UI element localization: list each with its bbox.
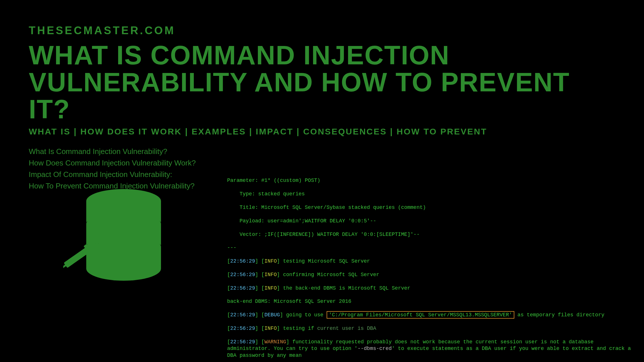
term-line: [22:56:29] [INFO] testing if current use… bbox=[227, 325, 632, 332]
term-line: Title: Microsoft SQL Server/Sybase stack… bbox=[227, 204, 632, 211]
subnav-text: WHAT IS | HOW DOES IT WORK | EXAMPLES | … bbox=[29, 127, 615, 136]
page-title: WHAT IS COMMAND INJECTION VULNERABILITY … bbox=[29, 42, 615, 123]
term-line: --- bbox=[227, 244, 632, 251]
term-line: [22:56:29] [DEBUG] going to use 'C:/Prog… bbox=[227, 312, 632, 318]
term-line: Vector: ;IF([INFERENCE]) WAITFOR DELAY '… bbox=[227, 231, 632, 238]
terminal-output: Parameter: #1* ((custom) POST) Type: sta… bbox=[227, 171, 632, 362]
term-line: Type: stacked queries bbox=[227, 191, 632, 197]
toc-item: How Does Command Injection Vulnerability… bbox=[29, 158, 615, 169]
term-line: [22:56:29] [WARNING] functionality reque… bbox=[227, 339, 632, 359]
term-line: [22:56:29] [INFO] testing Microsoft SQL … bbox=[227, 258, 632, 265]
term-line: [22:56:29] [INFO] the back-end DBMS is M… bbox=[227, 285, 632, 292]
svg-point-10 bbox=[86, 257, 161, 281]
site-label: THESECMASTER.COM bbox=[29, 24, 615, 37]
term-line: back-end DBMS: Microsoft SQL Server 2016 bbox=[227, 298, 632, 305]
database-injection-icon bbox=[63, 181, 167, 296]
term-line: Payload: user=admin';WAITFOR DELAY '0:0:… bbox=[227, 218, 632, 224]
toc-item: What Is Command Injection Vulnerability? bbox=[29, 146, 615, 157]
term-line: [22:56:29] [INFO] confirming Microsoft S… bbox=[227, 272, 632, 278]
svg-rect-11 bbox=[64, 247, 89, 268]
term-line: Parameter: #1* ((custom) POST) bbox=[227, 177, 632, 184]
